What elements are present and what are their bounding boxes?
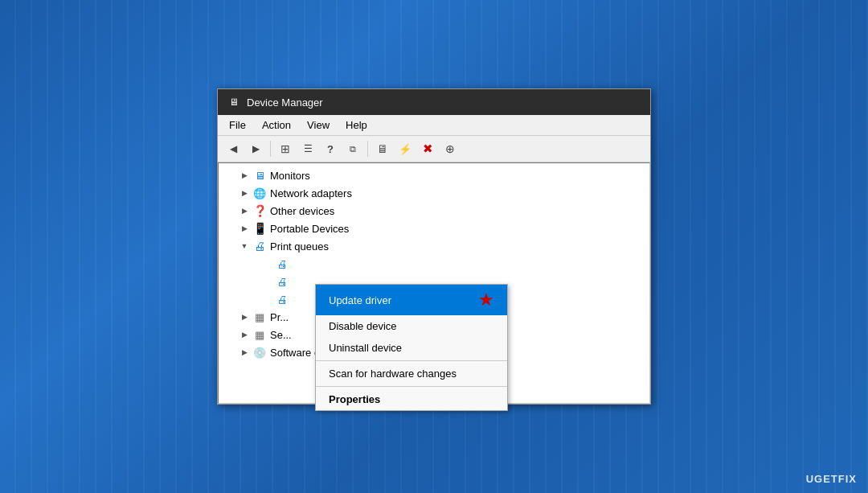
menu-file[interactable]: File xyxy=(221,117,254,134)
label-network: Network adapters xyxy=(270,187,352,199)
icon-print-queues: 🖨 xyxy=(252,240,267,253)
label-other-devices: Other devices xyxy=(270,205,334,217)
view-device-button[interactable]: ⊞ xyxy=(275,139,296,158)
forward-button[interactable]: ▶ xyxy=(245,139,266,158)
ctx-scan-hardware-label: Scan for hardware changes xyxy=(329,368,457,380)
toolbar-separator-2 xyxy=(367,141,368,157)
expander-portable: ▶ xyxy=(238,222,251,235)
label-print-queues: Print queues xyxy=(270,240,329,253)
expander-monitors: ▶ xyxy=(238,169,251,182)
label-processors: Pr... xyxy=(270,311,289,323)
menu-bar: File Action View Help xyxy=(218,115,650,136)
ctx-disable-device[interactable]: Disable device xyxy=(316,315,507,337)
watermark: UGETFIX xyxy=(806,473,857,485)
label-portable: Portable Devices xyxy=(270,223,349,235)
expander-printer-2 xyxy=(260,275,273,288)
icon-printer-2: 🖨 xyxy=(275,275,289,288)
menu-view[interactable]: View xyxy=(299,117,338,134)
help-button[interactable]: ? xyxy=(320,139,341,158)
icon-printer-3: 🖨 xyxy=(275,293,289,306)
expander-software: ▶ xyxy=(238,346,251,359)
icon-portable: 📱 xyxy=(252,222,267,235)
tree-item-monitors[interactable]: ▶ 🖥 Monitors xyxy=(219,166,649,184)
ctx-uninstall-device[interactable]: Uninstall device xyxy=(316,337,507,359)
computer-button[interactable]: 🖥 xyxy=(372,139,393,158)
expander-printer-1 xyxy=(260,257,273,270)
ctx-update-driver[interactable]: Update driver ★ xyxy=(316,285,507,315)
tree-item-printer-1[interactable]: 🖨 xyxy=(219,255,649,273)
title-bar-icon: 🖥 xyxy=(227,96,240,109)
icon-processors: ▦ xyxy=(252,310,267,323)
label-security: Se... xyxy=(270,329,292,341)
toolbar: ◀ ▶ ⊞ ☰ ? ⧉ 🖥 ⚡ ✖ ⊕ xyxy=(218,136,650,162)
scan-changes-button[interactable]: ⊕ xyxy=(440,139,461,158)
ctx-uninstall-device-label: Uninstall device xyxy=(329,342,402,354)
device-tree-panel: ▶ 🖥 Monitors ▶ 🌐 Network adapters ▶ ❓ Ot… xyxy=(218,162,650,404)
ctx-scan-hardware[interactable]: Scan for hardware changes xyxy=(316,363,507,384)
title-bar: 🖥 Device Manager xyxy=(218,89,650,115)
ctx-update-driver-label: Update driver xyxy=(329,294,391,306)
star-annotation: ★ xyxy=(478,290,494,310)
expander-security: ▶ xyxy=(238,328,251,341)
context-menu: Update driver ★ Disable device Uninstall… xyxy=(315,284,508,411)
tree-item-other-devices[interactable]: ▶ ❓ Other devices xyxy=(219,202,649,220)
list-button[interactable]: ☰ xyxy=(297,139,318,158)
ctx-separator-2 xyxy=(316,386,507,387)
icon-printer-1: 🖨 xyxy=(275,257,289,270)
menu-action[interactable]: Action xyxy=(254,117,299,134)
icon-security: ▦ xyxy=(252,328,267,341)
menu-help[interactable]: Help xyxy=(338,117,375,134)
expander-printer-3 xyxy=(260,293,273,306)
tree-item-portable[interactable]: ▶ 📱 Portable Devices xyxy=(219,220,649,237)
ctx-properties-label: Properties xyxy=(329,393,380,405)
device-manager-window: 🖥 Device Manager File Action View Help ◀… xyxy=(217,88,651,405)
icon-other-devices: ❓ xyxy=(252,204,267,217)
icon-monitors: 🖥 xyxy=(252,169,267,182)
tree-item-network[interactable]: ▶ 🌐 Network adapters xyxy=(219,184,649,202)
toolbar-separator-1 xyxy=(270,141,271,157)
window-title: Device Manager xyxy=(247,97,323,109)
remove-button[interactable]: ✖ xyxy=(417,139,438,158)
ctx-properties[interactable]: Properties xyxy=(316,388,507,410)
back-button[interactable]: ◀ xyxy=(223,139,244,158)
update-driver-button[interactable]: ⚡ xyxy=(395,139,416,158)
expander-network: ▶ xyxy=(238,187,251,199)
icon-network: 🌐 xyxy=(252,187,267,199)
tree-item-print-queues[interactable]: ▼ 🖨 Print queues xyxy=(219,237,649,255)
expander-processors: ▶ xyxy=(238,310,251,323)
properties-button[interactable]: ⧉ xyxy=(342,139,363,158)
expander-print-queues: ▼ xyxy=(238,240,251,253)
ctx-disable-device-label: Disable device xyxy=(329,320,397,332)
expander-other-devices: ▶ xyxy=(238,204,251,217)
label-monitors: Monitors xyxy=(270,170,310,182)
ctx-separator-1 xyxy=(316,360,507,361)
icon-software: 💿 xyxy=(252,346,267,359)
